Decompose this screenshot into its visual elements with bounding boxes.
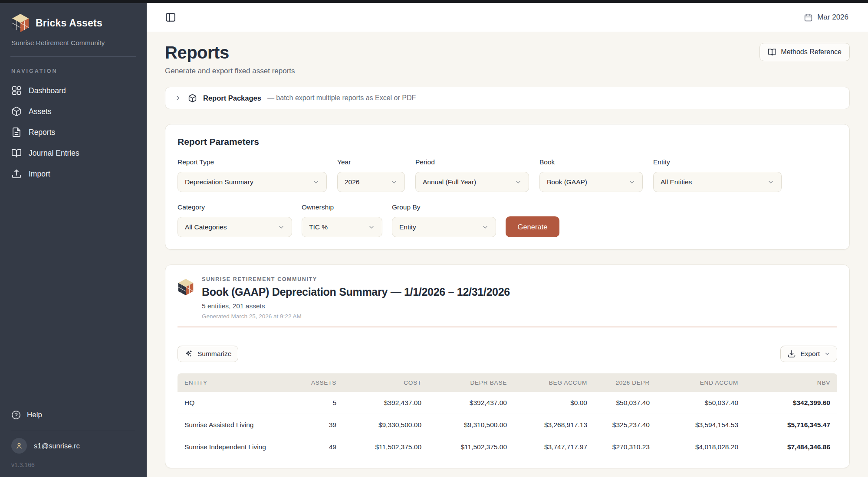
report-type-select[interactable]: Depreciation Summary [178, 172, 327, 192]
column-header[interactable]: COST [343, 373, 428, 392]
field-category: Category All Categories [178, 203, 292, 237]
table-row[interactable]: HQ5$392,437.00$392,437.00$0.00$50,037.40… [178, 392, 837, 414]
avatar [11, 438, 27, 454]
book-open-icon [768, 48, 776, 56]
summarize-label: Summarize [197, 350, 231, 358]
user-email: s1@sunrise.rc [34, 442, 80, 450]
sidebar: Bricks Assets Sunrise Retirement Communi… [0, 0, 147, 477]
selected-value: 2026 [345, 178, 359, 186]
category-select[interactable]: All Categories [178, 217, 292, 237]
value-cell: $342,399.60 [745, 392, 837, 414]
column-header[interactable]: NBV [745, 373, 837, 392]
field-label: Group By [392, 203, 496, 211]
methods-reference-label: Methods Reference [781, 48, 842, 56]
depreciation-summary-table: ENTITYASSETSCOSTDEPR BASEBEG ACCUM2026 D… [178, 373, 837, 458]
field-label: Period [415, 158, 529, 166]
value-cell: $50,037.40 [657, 392, 745, 414]
sidebar-item-label: Import [29, 170, 50, 179]
value-cell: $3,747,717.97 [514, 436, 594, 458]
ownership-select[interactable]: TIC % [302, 217, 382, 237]
value-cell: $7,484,346.86 [745, 436, 837, 458]
sidebar-divider [10, 56, 136, 57]
nav-section-label: NAVIGATION [11, 68, 135, 74]
column-header[interactable]: END ACCUM [657, 373, 745, 392]
value-cell: 5 [273, 392, 343, 414]
file-text-icon [11, 127, 22, 137]
report-toolbar: Summarize Export [178, 346, 837, 362]
column-header[interactable]: DEPR BASE [428, 373, 514, 392]
field-label: Book [539, 158, 643, 166]
page-header: Reports Generate and export fixed asset … [165, 43, 850, 75]
period-selector[interactable]: Mar 2026 [804, 13, 848, 22]
user-account[interactable]: s1@sunrise.rc [11, 438, 135, 454]
page-title: Reports [165, 43, 295, 62]
chevron-down-icon [278, 224, 285, 231]
book-select[interactable]: Book (GAAP) [539, 172, 643, 192]
sidebar-toggle-button[interactable] [165, 12, 176, 23]
column-header[interactable]: BEG ACCUM [514, 373, 594, 392]
sidebar-item-assets[interactable]: Assets [11, 101, 135, 122]
sidebar-bottom-divider [11, 430, 135, 430]
sidebar-item-dashboard[interactable]: Dashboard [11, 80, 135, 101]
value-cell: $0.00 [514, 392, 594, 414]
column-header[interactable]: ENTITY [178, 373, 273, 392]
methods-reference-button[interactable]: Methods Reference [760, 43, 850, 61]
value-cell: $392,437.00 [343, 392, 428, 414]
period-label: Mar 2026 [817, 13, 848, 22]
report-summary: 5 entities, 201 assets [202, 302, 510, 310]
value-cell: 49 [273, 436, 343, 458]
bricks-logo-icon [11, 13, 30, 33]
report-header: SUNRISE RETIREMENT COMMUNITY Book (GAAP)… [178, 276, 837, 320]
help-button[interactable]: Help [11, 406, 135, 424]
selected-value: TIC % [309, 223, 328, 231]
period-select[interactable]: Annual (Full Year) [415, 172, 529, 192]
value-cell: $325,237.40 [594, 414, 657, 436]
table-row[interactable]: Sunrise Assisted Living39$9,330,500.00$9… [178, 414, 837, 436]
value-cell: $9,310,500.00 [428, 414, 514, 436]
org-name: Sunrise Retirement Community [11, 39, 135, 47]
package-icon [11, 106, 22, 117]
selected-value: Book (GAAP) [547, 178, 587, 186]
calendar-icon [804, 13, 813, 22]
field-year: Year 2026 [337, 158, 405, 192]
chevron-down-icon [515, 179, 522, 186]
topbar: Mar 2026 [147, 3, 868, 32]
generate-button[interactable]: Generate [506, 216, 559, 237]
page-subtitle: Generate and export fixed asset reports [165, 67, 295, 75]
chevron-down-icon [391, 179, 398, 186]
sidebar-item-journal-entries[interactable]: Journal Entries [11, 143, 135, 163]
field-label: Entity [653, 158, 782, 166]
summarize-button[interactable]: Summarize [178, 346, 238, 362]
download-icon [787, 350, 796, 358]
year-select[interactable]: 2026 [337, 172, 405, 192]
report-packages-expander[interactable]: Report Packages — batch export multiple … [165, 87, 850, 109]
sidebar-item-label: Dashboard [29, 86, 66, 95]
value-cell: $270,310.23 [594, 436, 657, 458]
field-label: Report Type [178, 158, 327, 166]
parameters-row-2: Category All Categories Ownership TIC % … [178, 203, 837, 237]
value-cell: $11,502,375.00 [343, 436, 428, 458]
sidebar-item-import[interactable]: Import [11, 163, 135, 184]
sidebar-nav: Dashboard Assets Reports Journal Entries… [11, 80, 135, 184]
chevron-right-icon [174, 94, 182, 102]
column-header[interactable]: ASSETS [273, 373, 343, 392]
entity-select[interactable]: All Entities [653, 172, 782, 192]
table-row[interactable]: Sunrise Independent Living49$11,502,375.… [178, 436, 837, 458]
export-button[interactable]: Export [780, 346, 837, 362]
main-content: Reports Generate and export fixed asset … [147, 32, 868, 477]
sidebar-item-reports[interactable]: Reports [11, 122, 135, 143]
value-cell: $5,716,345.47 [745, 414, 837, 436]
field-ownership: Ownership TIC % [302, 203, 382, 237]
value-cell: $3,268,917.13 [514, 414, 594, 436]
export-label: Export [800, 350, 820, 358]
sparkles-icon [184, 350, 193, 358]
chevron-down-icon [628, 179, 635, 186]
selected-value: All Categories [185, 223, 227, 231]
group-by-select[interactable]: Entity [392, 217, 496, 237]
sidebar-bottom: Help s1@sunrise.rc v1.3.166 [11, 406, 135, 468]
field-period: Period Annual (Full Year) [415, 158, 529, 192]
column-header[interactable]: 2026 DEPR [594, 373, 657, 392]
report-generated-timestamp: Generated March 25, 2026 at 9:22 AM [202, 313, 510, 320]
value-cell: $9,330,500.00 [343, 414, 428, 436]
entity-cell: Sunrise Independent Living [178, 436, 273, 458]
